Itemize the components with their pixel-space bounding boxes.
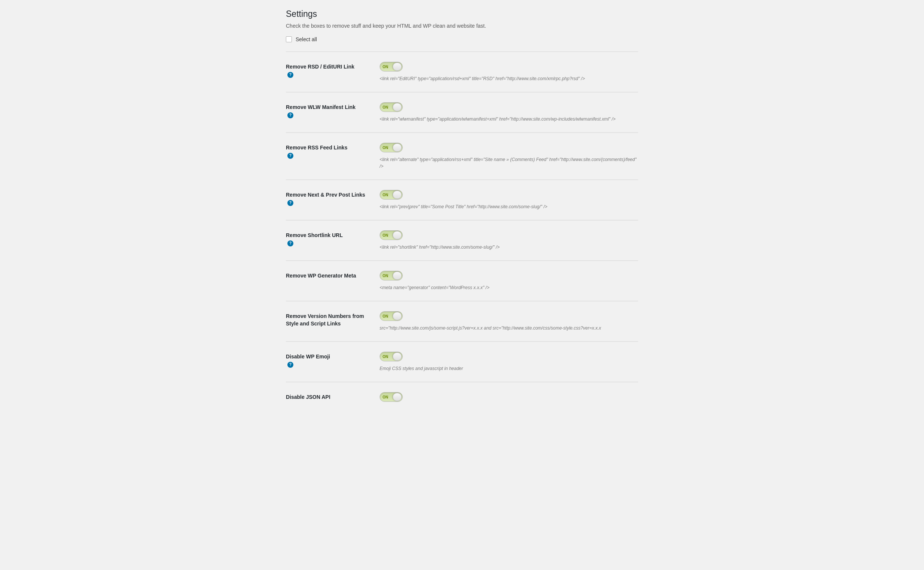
toggle-thumb-disable-json-api [393,393,402,401]
setting-row-wp-generator-meta: Remove WP Generator MetaON<meta name="ge… [286,260,638,301]
page-subtitle: Check the boxes to remove stuff and keep… [286,23,638,29]
toggle-thumb-disable-wp-emoji [393,352,402,361]
setting-label-disable-wp-emoji: Disable WP Emoji [286,354,330,360]
toggle-rsd-edit-uri[interactable]: ON [379,62,403,72]
toggle-thumb-version-numbers [393,312,402,320]
toggle-on-label-rsd-edit-uri: ON [382,65,388,69]
toggle-on-label-wp-generator-meta: ON [382,274,388,278]
setting-label-wp-generator-meta: Remove WP Generator Meta [286,273,356,279]
help-icon-wlw-manifest[interactable]: ? [287,112,293,118]
select-all-label[interactable]: Select all [296,36,317,42]
setting-label-next-prev-post: Remove Next & Prev Post Links [286,192,365,198]
help-icon-rsd-edit-uri[interactable]: ? [287,72,293,78]
toggle-wp-generator-meta[interactable]: ON [379,271,403,280]
setting-desc-disable-wp-emoji: Emoji CSS styles and javascript in heade… [379,365,638,372]
help-icon-shortlink-url[interactable]: ? [287,241,293,247]
setting-desc-rsd-edit-uri: <link rel="EditURI" type="application/rs… [379,75,638,82]
toggle-disable-json-api[interactable]: ON [379,392,403,402]
toggle-thumb-next-prev-post [393,191,402,199]
setting-desc-rss-feed-links: <link rel="alternate" type="application/… [379,156,638,170]
setting-row-version-numbers: Remove Version Numbers from Style and Sc… [286,301,638,341]
setting-label-rsd-edit-uri: Remove RSD / EditURI Link [286,64,355,70]
toggle-rss-feed-links[interactable]: ON [379,142,403,152]
help-icon-rss-feed-links[interactable]: ? [287,153,293,159]
select-all-checkbox[interactable] [286,36,292,42]
setting-row-wlw-manifest: Remove WLW Manifest Link?ON<link rel="wl… [286,92,638,132]
toggle-disable-wp-emoji[interactable]: ON [379,352,403,362]
setting-label-version-numbers: Remove Version Numbers from Style and Sc… [286,313,364,326]
setting-label-disable-json-api: Disable JSON API [286,394,330,400]
setting-row-shortlink-url: Remove Shortlink URL?ON<link rel="shortl… [286,220,638,260]
setting-row-rsd-edit-uri: Remove RSD / EditURI Link?ON<link rel="E… [286,52,638,92]
toggle-on-label-disable-json-api: ON [382,395,388,399]
toggle-thumb-shortlink-url [393,231,402,239]
help-icon-disable-wp-emoji[interactable]: ? [287,362,293,368]
setting-desc-shortlink-url: <link rel="shortlink" href="http://www.s… [379,244,638,251]
setting-desc-wp-generator-meta: <meta name="generator" content="WordPres… [379,284,638,291]
help-icon-next-prev-post[interactable]: ? [287,200,293,206]
settings-page: Settings Check the boxes to remove stuff… [278,0,646,421]
setting-desc-version-numbers: src="http://www.site.com/js/some-script.… [379,325,638,331]
toggle-next-prev-post[interactable]: ON [379,190,403,199]
page-title: Settings [286,9,638,19]
settings-list: Remove RSD / EditURI Link?ON<link rel="E… [286,51,638,412]
setting-row-next-prev-post: Remove Next & Prev Post Links?ON<link re… [286,180,638,220]
toggle-on-label-version-numbers: ON [382,314,388,318]
toggle-thumb-wlw-manifest [393,103,402,111]
toggle-on-label-rss-feed-links: ON [382,146,388,150]
toggle-wlw-manifest[interactable]: ON [379,102,403,112]
toggle-thumb-rss-feed-links [393,143,402,152]
setting-desc-next-prev-post: <link rel="prev|prev" title="Some Post T… [379,203,638,210]
toggle-on-label-wlw-manifest: ON [382,105,388,109]
setting-row-disable-wp-emoji: Disable WP Emoji?ONEmoji CSS styles and … [286,342,638,382]
toggle-on-label-disable-wp-emoji: ON [382,355,388,359]
setting-label-shortlink-url: Remove Shortlink URL [286,232,343,238]
toggle-thumb-wp-generator-meta [393,271,402,280]
toggle-on-label-next-prev-post: ON [382,193,388,197]
toggle-on-label-shortlink-url: ON [382,233,388,238]
setting-label-rss-feed-links: Remove RSS Feed Links [286,144,347,150]
select-all-row: Select all [286,36,638,42]
toggle-thumb-rsd-edit-uri [393,63,402,71]
setting-desc-wlw-manifest: <link rel="wlwmanifest" type="applicatio… [379,116,638,123]
toggle-version-numbers[interactable]: ON [379,311,403,321]
setting-label-wlw-manifest: Remove WLW Manifest Link [286,104,356,110]
setting-row-rss-feed-links: Remove RSS Feed Links?ON<link rel="alter… [286,133,638,179]
toggle-shortlink-url[interactable]: ON [379,230,403,240]
setting-row-disable-json-api: Disable JSON APION [286,382,638,412]
